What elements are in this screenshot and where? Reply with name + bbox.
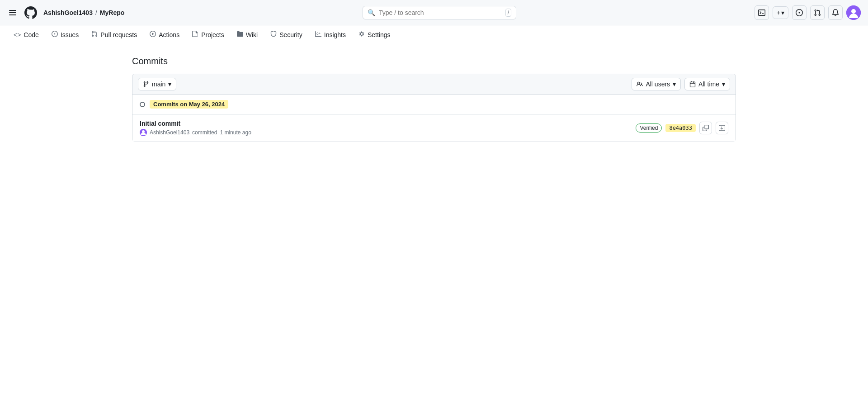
all-users-label: All users (646, 81, 670, 88)
settings-icon (359, 31, 365, 38)
nav-item-settings[interactable]: Settings (352, 25, 397, 45)
main-content: Commits main ▾ All users ▾ All time ▾ (118, 45, 750, 153)
date-group-header: Commits on May 26, 2024 (132, 95, 736, 114)
nav-item-code[interactable]: <> Code (7, 26, 45, 45)
projects-icon (192, 31, 198, 38)
commit-graph-dot (140, 102, 145, 107)
branch-selector[interactable]: main ▾ (138, 78, 176, 90)
code-icon: <> (14, 31, 21, 38)
security-icon (270, 31, 277, 38)
nav-item-issues[interactable]: Issues (45, 25, 85, 45)
nav-label-projects: Projects (201, 31, 224, 38)
pull-requests-icon-button[interactable] (810, 5, 825, 20)
github-logo (24, 5, 38, 20)
commits-toolbar: main ▾ All users ▾ All time ▾ (132, 74, 736, 95)
avatar[interactable] (846, 5, 861, 20)
commit-time: 1 minute ago (220, 129, 251, 136)
branch-icon (143, 81, 149, 87)
all-users-chevron-icon: ▾ (673, 81, 676, 88)
commit-meta: AshishGoel1403 committed 1 minute ago (140, 129, 251, 136)
commits-container: main ▾ All users ▾ All time ▾ Commits on… (132, 74, 736, 142)
repo-nav: <> Code Issues Pull requests Actions Pro… (0, 25, 868, 45)
plus-chevron-icon: ▾ (781, 9, 784, 16)
nav-item-security[interactable]: Security (264, 25, 309, 45)
calendar-icon (689, 81, 696, 87)
commit-hash: 8e4a033 (665, 124, 696, 132)
search-bar[interactable]: 🔍 / (363, 6, 516, 19)
date-label: Commits on May 26, 2024 (150, 100, 228, 109)
nav-item-wiki[interactable]: Wiki (231, 25, 264, 45)
commit-author: AshishGoel1403 (150, 129, 189, 136)
issues-icon-button[interactable] (792, 5, 807, 20)
browse-files-button[interactable] (716, 122, 728, 134)
pull-requests-nav-icon (91, 31, 98, 38)
nav-item-insights[interactable]: Insights (309, 25, 352, 45)
plus-label: + (777, 9, 780, 16)
all-users-icon (637, 81, 643, 87)
branch-chevron-icon: ▾ (168, 81, 171, 88)
nav-label-pull-requests: Pull requests (100, 31, 137, 38)
terminal-button[interactable] (755, 5, 769, 20)
insights-icon (315, 31, 321, 38)
hamburger-button[interactable] (7, 8, 18, 17)
breadcrumb: AshishGoel1403 / MyRepo (43, 9, 124, 16)
browse-icon (719, 125, 725, 131)
page-title: Commits (132, 56, 736, 66)
notifications-button[interactable] (828, 5, 843, 20)
all-time-label: All time (698, 81, 719, 88)
copy-icon (703, 125, 709, 131)
table-row: Initial commit AshishGoel1403 committed … (132, 114, 736, 142)
wiki-icon (237, 31, 243, 38)
commit-message[interactable]: Initial commit (140, 120, 251, 127)
nav-item-actions[interactable]: Actions (143, 25, 186, 45)
breadcrumb-user[interactable]: AshishGoel1403 (43, 9, 93, 16)
all-time-filter[interactable]: All time ▾ (684, 78, 730, 90)
nav-label-security: Security (279, 31, 302, 38)
svg-point-0 (851, 9, 856, 14)
nav-item-projects[interactable]: Projects (186, 25, 231, 45)
verified-badge: Verified (636, 123, 662, 133)
nav-label-wiki: Wiki (246, 31, 258, 38)
commit-action: committed (192, 129, 217, 136)
all-time-chevron-icon: ▾ (722, 81, 725, 88)
nav-label-insights: Insights (324, 31, 346, 38)
branch-name: main (152, 81, 165, 88)
toolbar-right: All users ▾ All time ▾ (632, 78, 730, 90)
issues-icon (52, 31, 58, 38)
search-icon: 🔍 (368, 9, 375, 16)
nav-label-settings: Settings (368, 31, 391, 38)
search-kbd: / (505, 9, 511, 17)
copy-hash-button[interactable] (699, 122, 712, 134)
create-new-button[interactable]: + ▾ (773, 6, 788, 19)
actions-icon (150, 31, 156, 38)
nav-label-issues: Issues (61, 31, 79, 38)
commit-left: Initial commit AshishGoel1403 committed … (140, 120, 251, 136)
breadcrumb-repo[interactable]: MyRepo (100, 9, 124, 16)
nav-label-actions: Actions (159, 31, 179, 38)
nav-item-pull-requests[interactable]: Pull requests (85, 25, 143, 45)
search-input[interactable] (379, 9, 502, 16)
commit-author-avatar (140, 129, 147, 136)
all-users-filter[interactable]: All users ▾ (632, 78, 681, 90)
nav-label-code: Code (24, 31, 38, 38)
commit-right: Verified 8e4a033 (636, 122, 728, 134)
breadcrumb-separator: / (95, 9, 97, 16)
